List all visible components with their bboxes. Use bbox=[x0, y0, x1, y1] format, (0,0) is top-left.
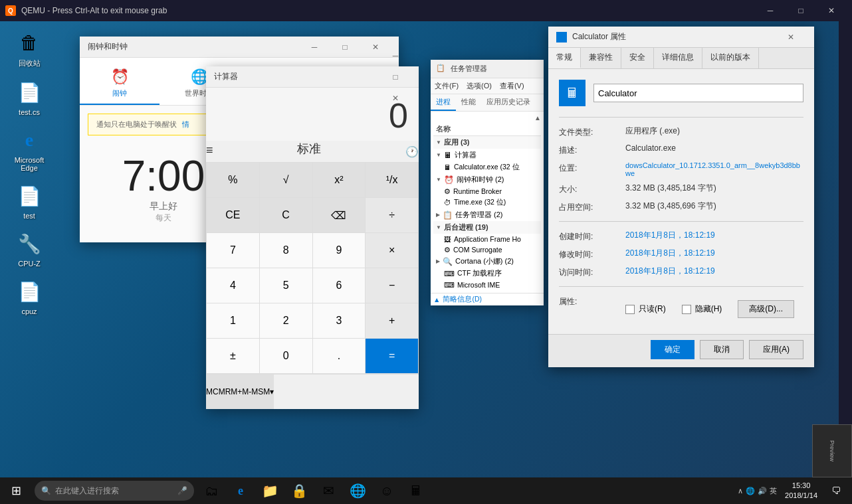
calc-btn-mminus[interactable]: M- bbox=[242, 375, 251, 409]
taskbar-search-box[interactable]: 🔍 在此键入进行搜索 🎤 bbox=[35, 481, 194, 501]
props-apply-btn[interactable]: 应用(A) bbox=[749, 340, 803, 359]
calc-btn-3[interactable]: 3 bbox=[313, 303, 366, 338]
calc-btn-equals[interactable]: = bbox=[366, 339, 418, 373]
taskbar-start-btn[interactable]: ⊞ bbox=[0, 477, 32, 504]
calc-btn-backspace[interactable]: ⌫ bbox=[313, 198, 366, 232]
taskman-section-apps[interactable]: ▼ 应用 (3) bbox=[433, 136, 541, 149]
props-advanced-btn[interactable]: 高级(D)... bbox=[738, 300, 794, 318]
calc-btn-recip[interactable]: ¹/x bbox=[366, 163, 418, 197]
clock-title: 闹钟和时钟 bbox=[88, 41, 299, 52]
taskbar-notification-btn[interactable]: 🗨 bbox=[825, 477, 847, 504]
calc-btn-ce[interactable]: CE bbox=[207, 198, 259, 232]
props-cancel-btn[interactable]: 取消 bbox=[700, 340, 744, 359]
props-close-btn[interactable]: ✕ bbox=[776, 27, 806, 48]
desktop-icon-testcs[interactable]: 📄 test.cs bbox=[5, 76, 53, 119]
taskman-item-appframe[interactable]: 🖼 Application Frame Ho bbox=[433, 234, 541, 244]
calc-btn-0[interactable]: 0 bbox=[260, 339, 312, 373]
taskman-item-calcexe[interactable]: 🖩 Calculator.exe (32 位 bbox=[433, 161, 541, 173]
taskman-tab-process[interactable]: 进程 bbox=[431, 94, 456, 111]
taskbar-app-edge[interactable]: e bbox=[226, 477, 255, 504]
taskman-item-ctf[interactable]: ⌨ CTF 加载程序 bbox=[433, 268, 541, 280]
taskbar-clock[interactable]: 15:30 2018/1/14 bbox=[780, 481, 823, 501]
taskman-item-calc-group[interactable]: ▼ 🖩 计算器 bbox=[433, 149, 541, 161]
calc-btn-square[interactable]: x² bbox=[313, 163, 366, 197]
taskbar-app-store[interactable]: 🔒 bbox=[284, 477, 314, 504]
calc-btn-divide[interactable]: ÷ bbox=[366, 198, 418, 232]
taskman-footer-btn[interactable]: ▲ 简略信息(D) bbox=[431, 293, 544, 305]
desktop-icon-test[interactable]: 📄 test bbox=[5, 180, 53, 222]
taskbar-app-taskview[interactable]: 🗂 bbox=[197, 477, 226, 504]
props-tab-security[interactable]: 安全 bbox=[621, 48, 654, 68]
calc-btn-mlist[interactable]: M▾ bbox=[263, 375, 274, 409]
props-tab-details[interactable]: 详细信息 bbox=[654, 48, 702, 68]
calc-btn-decimal[interactable]: . bbox=[313, 339, 366, 373]
readonly-checkbox[interactable] bbox=[625, 305, 635, 314]
calc-btn-subtract[interactable]: − bbox=[366, 268, 418, 303]
calc-btn-multiply[interactable]: × bbox=[366, 233, 418, 268]
taskman-item-cortana[interactable]: ▶ 🔍 Cortana (小娜) (2) bbox=[433, 255, 541, 268]
taskman-item-timeexe[interactable]: ⏱ Time.exe (32 位) bbox=[433, 197, 541, 209]
calculator-title: 计算器 bbox=[214, 71, 380, 82]
calc-btn-2[interactable]: 2 bbox=[260, 303, 312, 338]
appframe-label: Application Frame Ho bbox=[454, 235, 521, 243]
taskman-menu-options[interactable]: 选项(O) bbox=[463, 78, 496, 94]
calculator-maximize-btn[interactable]: □ bbox=[380, 66, 411, 88]
calc-btn-6[interactable]: 6 bbox=[313, 268, 366, 303]
taskbar-app-explorer[interactable]: 📁 bbox=[255, 477, 284, 504]
taskbar-app-groove[interactable]: ☺ bbox=[372, 477, 401, 504]
taskman-collapse-btn[interactable]: ▲ bbox=[534, 114, 541, 122]
props-ok-btn[interactable]: 确定 bbox=[651, 340, 694, 359]
taskman-item-comsurrogate[interactable]: ⚙ COM Surrogate bbox=[433, 244, 541, 255]
props-tab-prev[interactable]: 以前的版本 bbox=[702, 48, 759, 68]
qemu-minimize-btn[interactable]: ─ bbox=[755, 0, 786, 21]
desktop-icon-edge[interactable]: e Microsoft Edge bbox=[5, 124, 53, 175]
calc-btn-percent[interactable]: % bbox=[207, 163, 259, 197]
desktop-icon-cpuz-big[interactable]: 🔧 CPU-Z bbox=[5, 228, 53, 270]
calc-btn-9[interactable]: 9 bbox=[313, 233, 366, 268]
desktop-icon-recycle[interactable]: 🗑 回收站 bbox=[5, 27, 53, 71]
desktop: Q QEMU - Press Ctrl-Alt to exit mouse gr… bbox=[0, 0, 852, 504]
taskman-tab-perf[interactable]: 性能 bbox=[456, 94, 481, 111]
notification-link[interactable]: 情 bbox=[182, 120, 189, 129]
taskman-item-clock-group[interactable]: ▼ ⏰ 闹钟和时钟 (2) bbox=[433, 173, 541, 186]
calc-btn-mc[interactable]: MC bbox=[206, 375, 219, 409]
calc-btn-c[interactable]: C bbox=[260, 198, 312, 232]
taskman-menu-file[interactable]: 文件(F) bbox=[431, 78, 463, 94]
calc-btn-negate[interactable]: ± bbox=[207, 339, 259, 373]
calculator-menu-btn[interactable]: ≡ bbox=[206, 143, 213, 157]
taskman-menu-view[interactable]: 查看(V) bbox=[496, 78, 528, 94]
qemu-maximize-btn[interactable]: □ bbox=[786, 0, 816, 21]
calc-btn-4[interactable]: 4 bbox=[207, 268, 259, 303]
taskman-item-taskmgr-group[interactable]: ▶ 📋 任务管理器 (2) bbox=[433, 209, 541, 221]
clock-minimize-btn[interactable]: ─ bbox=[299, 37, 330, 58]
comsurrogate-icon: ⚙ bbox=[444, 246, 451, 254]
tray-expand-icon[interactable]: ∧ bbox=[738, 487, 743, 495]
calc-btn-7[interactable]: 7 bbox=[207, 233, 259, 268]
desktop-icon-cpuz[interactable]: 📄 cpuz bbox=[5, 276, 53, 318]
calc-btn-mplus[interactable]: M+ bbox=[231, 375, 242, 409]
taskman-section-bg[interactable]: ▼ 后台进程 (19) bbox=[433, 221, 541, 234]
props-tab-general[interactable]: 常规 bbox=[548, 48, 581, 68]
calc-btn-sqrt[interactable]: √ bbox=[260, 163, 312, 197]
taskbar-app-maps[interactable]: 🌐 bbox=[343, 477, 372, 504]
taskman-item-msime[interactable]: ⌨ Microsoft IME bbox=[433, 280, 541, 290]
taskman-tab-history[interactable]: 应用历史记录 bbox=[481, 94, 536, 111]
calculator-minimize-btn[interactable]: ─ bbox=[380, 45, 411, 66]
calculator-history-btn[interactable]: 🕐 bbox=[405, 145, 419, 158]
calc-btn-5[interactable]: 5 bbox=[260, 268, 312, 303]
qemu-close-btn[interactable]: ✕ bbox=[816, 0, 847, 21]
calc-btn-ms[interactable]: MS bbox=[251, 375, 263, 409]
clock-tab-alarm[interactable]: ⏰ 闹钟 bbox=[80, 63, 160, 105]
props-filename-input[interactable] bbox=[593, 84, 803, 102]
calc-btn-add[interactable]: + bbox=[366, 303, 418, 338]
calc-btn-mr[interactable]: MR bbox=[219, 375, 231, 409]
calc-btn-1[interactable]: 1 bbox=[207, 303, 259, 338]
hidden-checkbox[interactable] bbox=[682, 305, 691, 314]
clock-maximize-btn[interactable]: □ bbox=[330, 37, 360, 58]
calc-btn-8[interactable]: 8 bbox=[260, 233, 312, 268]
taskbar-app-calc[interactable]: 🖩 bbox=[401, 477, 431, 504]
taskman-item-runtimebroker[interactable]: ⚙ Runtime Broker bbox=[433, 186, 541, 197]
props-tab-compat[interactable]: 兼容性 bbox=[581, 48, 621, 68]
calc-group-label: 计算器 bbox=[455, 150, 477, 160]
taskbar-app-mail[interactable]: ✉ bbox=[314, 477, 343, 504]
